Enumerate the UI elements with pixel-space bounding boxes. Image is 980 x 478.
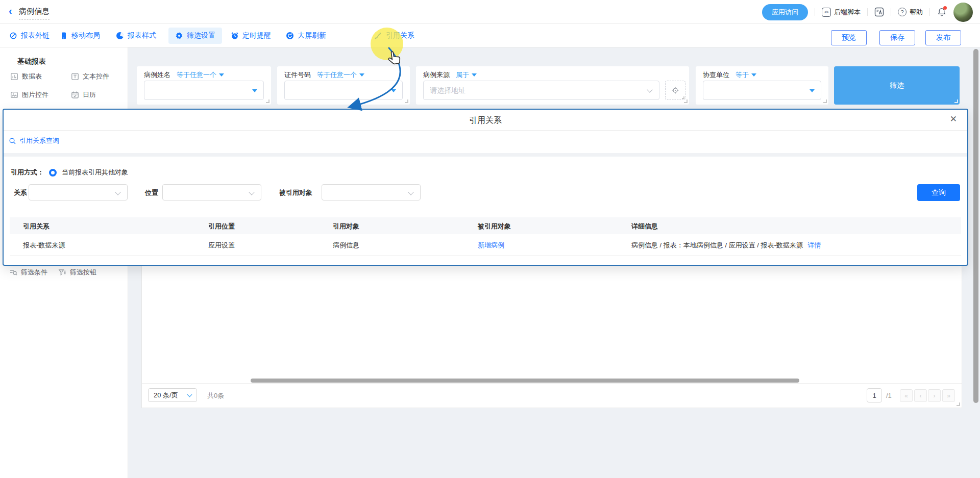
filter-card-case-source: 病例来源 属于: [416, 66, 689, 105]
detail-link[interactable]: 详情: [807, 241, 821, 249]
text-widget-icon: [71, 72, 79, 81]
modal-title: 引用关系: [4, 115, 967, 126]
chevron-down-icon: [187, 392, 192, 397]
divider: [142, 383, 962, 384]
cell-referenced-link[interactable]: 新增病例: [478, 241, 504, 250]
locate-button[interactable]: [665, 81, 685, 100]
filter-operator-dropdown[interactable]: 等于任意一个: [317, 70, 364, 80]
first-page-button[interactable]: «: [900, 389, 913, 402]
cell-relation: 报表-数据来源: [23, 241, 65, 250]
app-access-button[interactable]: 应用访问: [762, 4, 808, 20]
sidebar-item-filter-button[interactable]: 筛选按钮: [58, 268, 96, 277]
table-header-row: 引用关系 引用位置 引用对象 被引用对象 详细信息: [10, 217, 961, 234]
caret-down-icon: [219, 73, 224, 77]
toolbar-item-filter-settings[interactable]: 筛选设置: [168, 28, 222, 44]
refresh-icon: [286, 32, 294, 40]
resize-handle[interactable]: [405, 99, 408, 103]
code-icon: </>: [822, 8, 831, 17]
page-number-input[interactable]: 1: [867, 388, 882, 402]
column-header: 详细信息: [631, 222, 658, 231]
sidebar-item-data-table[interactable]: 数据表: [10, 72, 42, 81]
backend-script-button[interactable]: </> 后端脚本: [822, 8, 861, 17]
cell-position: 应用设置: [208, 241, 235, 250]
reference-mode-option[interactable]: 当前报表引用其他对象: [62, 168, 128, 177]
caret-down-icon: [472, 73, 477, 77]
filter-card-assist-unit: 协查单位 等于: [696, 66, 828, 105]
sidebar-item-filter-condition[interactable]: 筛选条件: [9, 268, 47, 277]
avatar[interactable]: [953, 3, 973, 22]
click-highlight: [371, 28, 403, 60]
reference-mode-row: 引用方式： 当前报表引用其他对象: [11, 168, 128, 177]
horizontal-scrollbar[interactable]: [251, 379, 799, 383]
chevron-down-icon: [408, 189, 413, 195]
radio-selected-icon[interactable]: [49, 169, 57, 177]
toolbar-item-report-external-link[interactable]: 报表外链: [9, 24, 50, 47]
reference-query-link[interactable]: 引用关系查询: [9, 136, 59, 145]
filter-label: 协查单位: [703, 70, 729, 80]
link-icon: [9, 32, 17, 40]
filter-card-case-name: 病例姓名 等于任意一个: [137, 66, 271, 105]
resize-handle[interactable]: [266, 99, 270, 103]
calendar-icon: [71, 91, 79, 99]
total-count: 共0条: [207, 391, 224, 400]
toolbar-item-screen-refresh[interactable]: 大屏刷新: [286, 24, 326, 47]
close-icon[interactable]: ✕: [950, 114, 957, 124]
relation-label: 关系: [14, 188, 27, 197]
top-header: ‹ 病例信息 应用访问 </> 后端脚本 ? 帮助: [0, 0, 980, 24]
notification-dot: [943, 6, 947, 10]
resize-handle: [954, 99, 958, 103]
filter-submit-button[interactable]: 筛选: [834, 66, 960, 105]
resize-handle[interactable]: [823, 99, 827, 103]
caret-down-icon: [359, 73, 364, 77]
table-row: 报表-数据来源 应用设置 病例信息 新增病例 病例信息 / 报表：本地病例信息 …: [10, 234, 961, 256]
relation-select[interactable]: [29, 184, 128, 200]
vertical-scrollbar[interactable]: [973, 49, 978, 403]
language-button[interactable]: [874, 7, 884, 17]
back-icon[interactable]: ‹: [9, 6, 12, 16]
divider-band: [4, 153, 967, 157]
report-toolbar: 报表外链 移动布局 报表样式 筛选设置 定时提醒 大屏刷新 引用关系 预览 保存…: [0, 24, 980, 47]
header-actions: 应用访问 </> 后端脚本 ? 帮助: [762, 0, 973, 24]
sidebar-item-image-widget[interactable]: 图片控件: [10, 90, 48, 99]
filter-value-select[interactable]: [703, 81, 821, 100]
query-button[interactable]: 查询: [917, 184, 960, 201]
divider: [815, 8, 815, 16]
filter-value-select[interactable]: [144, 81, 264, 100]
resize-handle[interactable]: [684, 99, 688, 103]
reference-mode-label: 引用方式：: [11, 168, 44, 177]
divider: [4, 130, 967, 131]
divider: [929, 8, 930, 16]
image-widget-icon: [10, 91, 18, 99]
page-size-select[interactable]: 20 条/页: [148, 388, 197, 402]
toolbar-item-scheduled-reminder[interactable]: 定时提醒: [231, 24, 271, 47]
caret-down-icon: [751, 73, 756, 77]
filter-value-select[interactable]: [284, 81, 403, 100]
search-icon: [9, 137, 16, 145]
next-page-button[interactable]: ›: [928, 389, 941, 402]
filter-label: 病例来源: [423, 70, 450, 80]
prev-page-button[interactable]: ‹: [914, 389, 927, 402]
filter-operator-dropdown[interactable]: 等于: [736, 70, 756, 80]
address-input[interactable]: [424, 81, 659, 99]
preview-button[interactable]: 预览: [831, 30, 867, 45]
filter-operator-dropdown[interactable]: 等于任意一个: [177, 70, 224, 80]
position-select[interactable]: [162, 184, 261, 200]
address-select[interactable]: [423, 81, 659, 100]
toolbar-item-mobile-layout[interactable]: 移动布局: [60, 24, 100, 47]
notification-bell-icon[interactable]: [937, 7, 947, 17]
chevron-down-icon: [249, 189, 254, 195]
filter-condition-icon: [9, 268, 17, 276]
last-page-button[interactable]: »: [942, 389, 955, 402]
filter-label: 证件号码: [284, 70, 311, 80]
filter-operator-dropdown[interactable]: 属于: [456, 70, 477, 80]
help-button[interactable]: ? 帮助: [898, 8, 923, 17]
toolbar-item-report-style[interactable]: 报表样式: [116, 24, 156, 47]
filter-card-id-number: 证件号码 等于任意一个: [277, 66, 410, 105]
resize-handle[interactable]: [957, 402, 960, 406]
sidebar-item-calendar[interactable]: 日历: [71, 90, 96, 99]
sidebar-item-text-widget[interactable]: 文本控件: [71, 72, 109, 81]
referenced-object-select[interactable]: [322, 184, 421, 200]
position-label: 位置: [145, 188, 158, 197]
publish-button[interactable]: 发布: [925, 30, 961, 45]
save-button[interactable]: 保存: [879, 30, 915, 45]
